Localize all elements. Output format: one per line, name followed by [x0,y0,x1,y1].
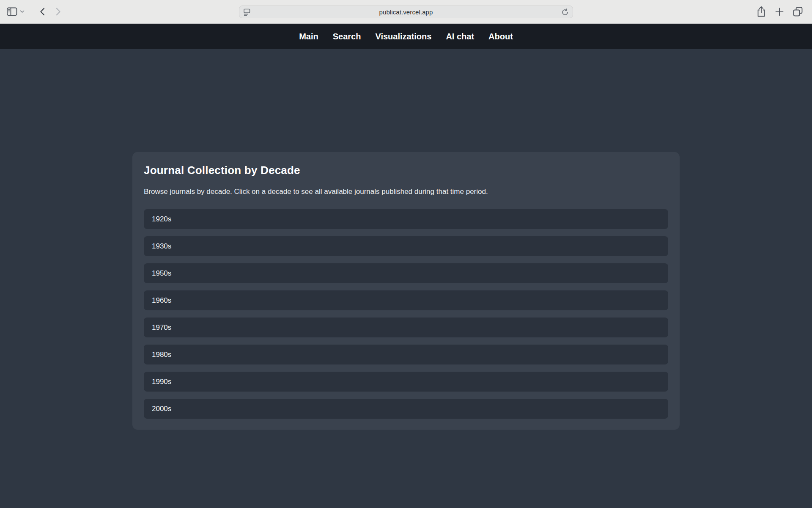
back-icon [40,8,45,16]
forward-button[interactable] [56,8,61,16]
site-nav: Main Search Visualizations AI chat About [0,24,812,49]
decade-button[interactable]: 1990s [144,372,668,392]
nav-link-about[interactable]: About [488,32,513,41]
tab-overview-icon [793,7,803,17]
address-bar[interactable]: publicat.vercel.app [239,6,573,18]
sidebar-menu-chevron-button[interactable] [20,10,25,13]
page-title: Journal Collection by Decade [144,164,668,177]
nav-link-ai-chat[interactable]: AI chat [446,32,474,41]
back-button[interactable] [40,8,45,16]
decade-list: 1920s 1930s 1950s 1960s 1970s 1980s 1990… [144,209,668,419]
decade-button[interactable]: 1930s [144,236,668,256]
page-format-icon[interactable] [243,8,251,17]
decade-button[interactable]: 1920s [144,209,668,229]
tab-overview-button[interactable] [793,7,803,17]
nav-link-search[interactable]: Search [333,32,361,41]
decade-button[interactable]: 1950s [144,263,668,283]
nav-link-visualizations[interactable]: Visualizations [375,32,431,41]
toolbar-left-group [0,7,61,16]
toolbar-right-group [757,6,812,17]
nav-link-main[interactable]: Main [299,32,318,41]
decade-button[interactable]: 2000s [144,399,668,419]
url-text: publicat.vercel.app [379,8,433,16]
reload-icon[interactable] [561,8,569,16]
sidebar-toggle-button[interactable] [7,7,17,16]
share-button[interactable] [757,6,766,17]
new-tab-button[interactable] [775,8,784,16]
new-tab-icon [775,8,784,16]
sidebar-panel-icon [7,7,17,16]
decade-button[interactable]: 1970s [144,318,668,337]
page-background: Journal Collection by Decade Browse jour… [0,49,812,508]
decade-button[interactable]: 1980s [144,345,668,364]
card-description: Browse journals by decade. Click on a de… [144,186,668,197]
journal-collection-card: Journal Collection by Decade Browse jour… [132,152,680,430]
browser-toolbar: publicat.vercel.app [0,0,812,24]
decade-button[interactable]: 1960s [144,290,668,310]
share-icon [757,6,766,17]
chevron-down-icon [20,10,25,13]
forward-icon [56,8,61,16]
